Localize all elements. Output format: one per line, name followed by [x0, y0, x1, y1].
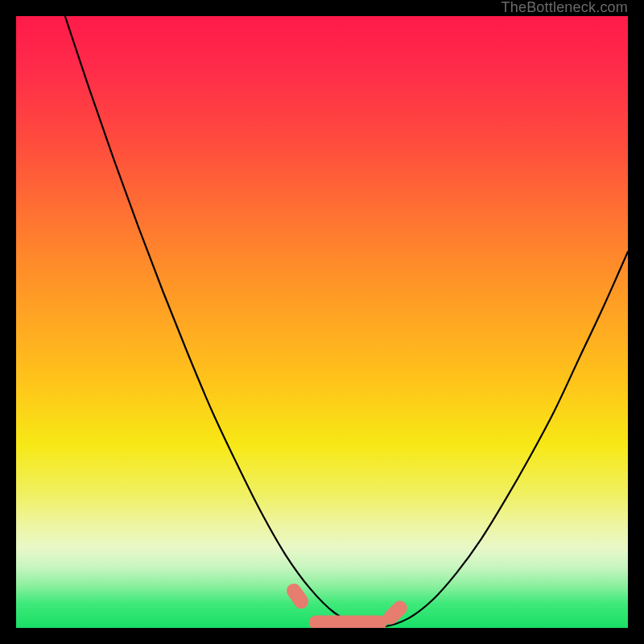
- chart-frame: TheBottleneck.com: [16, 16, 628, 628]
- bottleneck-curve: [65, 16, 628, 627]
- watermark-text: TheBottleneck.com: [502, 0, 628, 16]
- optimum-indicator: [283, 580, 410, 627]
- chart-overlay: [16, 16, 628, 628]
